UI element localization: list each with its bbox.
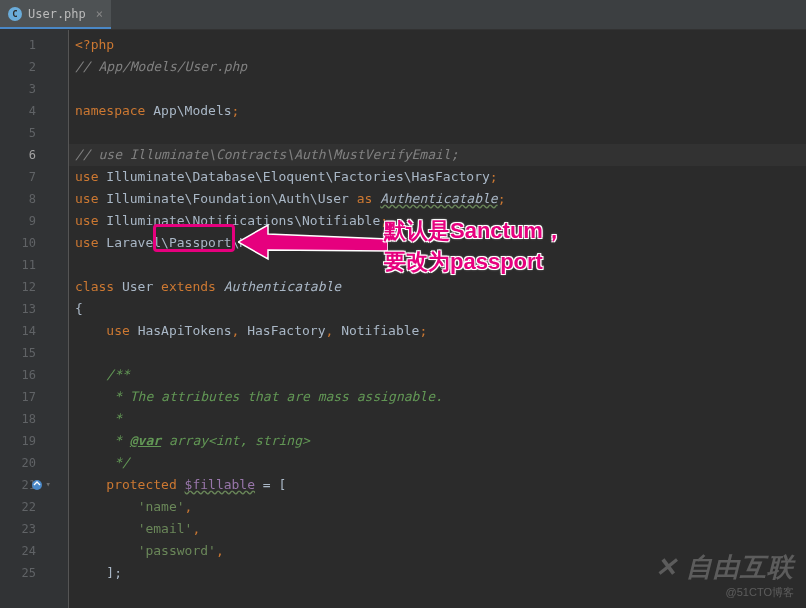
tab-bar: C User.php × bbox=[0, 0, 806, 30]
line-number: 3 bbox=[0, 78, 54, 100]
line-number: 1 bbox=[0, 34, 54, 56]
code-line: // App/Models/User.php bbox=[69, 56, 806, 78]
file-tab[interactable]: C User.php × bbox=[0, 0, 111, 29]
code-line: */ bbox=[69, 452, 806, 474]
code-editor[interactable]: 1 2 3 4 5 6 7 8 9 10 11 12 13 14 15 16 1… bbox=[0, 30, 806, 608]
line-number: 5 bbox=[0, 122, 54, 144]
code-line: class User extends Authenticatable bbox=[69, 276, 806, 298]
code-line: 'email', bbox=[69, 518, 806, 540]
line-number: 15 bbox=[0, 342, 54, 364]
code-line: * The attributes that are mass assignabl… bbox=[69, 386, 806, 408]
line-number: 21 ▾ bbox=[0, 474, 54, 496]
line-number: 6 bbox=[0, 144, 54, 166]
code-line: use Laravel\Passport\HasApiTokens; bbox=[69, 232, 806, 254]
fold-handle-icon[interactable]: ▾ bbox=[42, 480, 51, 489]
php-file-icon: C bbox=[8, 7, 22, 21]
line-number: 14 bbox=[0, 320, 54, 342]
tab-filename: User.php bbox=[28, 7, 86, 21]
line-number: 4 bbox=[0, 100, 54, 122]
line-number: 11 bbox=[0, 254, 54, 276]
close-icon[interactable]: × bbox=[96, 7, 103, 21]
code-line: protected $fillable = [ bbox=[69, 474, 806, 496]
line-number: 19 bbox=[0, 430, 54, 452]
code-line: * bbox=[69, 408, 806, 430]
code-line: <?php bbox=[69, 34, 806, 56]
fold-gutter bbox=[54, 30, 68, 608]
code-line bbox=[69, 342, 806, 364]
line-number-gutter: 1 2 3 4 5 6 7 8 9 10 11 12 13 14 15 16 1… bbox=[0, 30, 54, 608]
line-number: 22 bbox=[0, 496, 54, 518]
code-line: 'password', bbox=[69, 540, 806, 562]
line-number: 24 bbox=[0, 540, 54, 562]
code-line: namespace App\Models; bbox=[69, 100, 806, 122]
line-number: 16 bbox=[0, 364, 54, 386]
line-number: 13 bbox=[0, 298, 54, 320]
line-number: 25 bbox=[0, 562, 54, 584]
code-line: use HasApiTokens, HasFactory, Notifiable… bbox=[69, 320, 806, 342]
code-line: ]; bbox=[69, 562, 806, 584]
code-line bbox=[69, 122, 806, 144]
line-number: 10 bbox=[0, 232, 54, 254]
code-area[interactable]: <?php // App/Models/User.php namespace A… bbox=[68, 30, 806, 608]
code-line bbox=[69, 78, 806, 100]
line-number: 18 bbox=[0, 408, 54, 430]
code-line bbox=[69, 254, 806, 276]
code-line: { bbox=[69, 298, 806, 320]
code-line: 'name', bbox=[69, 496, 806, 518]
line-number: 7 bbox=[0, 166, 54, 188]
line-number: 23 bbox=[0, 518, 54, 540]
code-line: use Illuminate\Foundation\Auth\User as A… bbox=[69, 188, 806, 210]
code-line: use Illuminate\Notifications\Notifiable; bbox=[69, 210, 806, 232]
code-line: /** bbox=[69, 364, 806, 386]
line-number: 9 bbox=[0, 210, 54, 232]
code-line: * @var array<int, string> bbox=[69, 430, 806, 452]
code-line: use Illuminate\Database\Eloquent\Factori… bbox=[69, 166, 806, 188]
line-number: 8 bbox=[0, 188, 54, 210]
code-line-active: // use Illuminate\Contracts\Auth\MustVer… bbox=[69, 144, 806, 166]
line-number: 2 bbox=[0, 56, 54, 78]
line-number: 20 bbox=[0, 452, 54, 474]
line-number: 12 bbox=[0, 276, 54, 298]
line-number: 17 bbox=[0, 386, 54, 408]
